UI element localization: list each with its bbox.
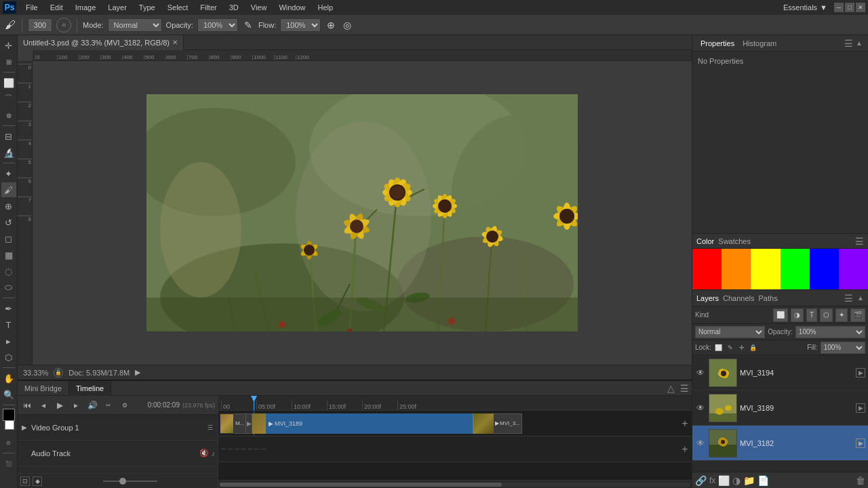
scroll-thumb[interactable] [220, 483, 502, 487]
new-layer-icon[interactable]: 📄 [757, 475, 769, 486]
color-tab[interactable]: Color [696, 237, 714, 245]
smoothing-icon[interactable]: ◎ [341, 19, 353, 31]
eyedropper-tool[interactable]: 🔬 [1, 145, 16, 160]
properties-tab[interactable]: Properties [698, 39, 737, 47]
lock-move-icon[interactable]: ✛ [737, 343, 747, 352]
zoom-thumb[interactable] [119, 478, 126, 485]
lasso-tool[interactable]: ⌒ [1, 92, 16, 106]
lock-position-icon[interactable]: ✎ [726, 343, 735, 352]
step-forward-button[interactable]: ▸ [69, 399, 83, 412]
adjustment-filter-button[interactable]: ◑ [791, 308, 804, 322]
clone-tool[interactable]: ⊕ [1, 199, 16, 214]
layer-item-mvi3194[interactable]: 👁 MVI_3194 ▶ [692, 355, 868, 390]
clip-mvi-end[interactable]: ▶ MVI_3... [473, 413, 555, 434]
audio-options-icon[interactable]: ♪ [212, 449, 216, 458]
foreground-color[interactable] [3, 409, 15, 421]
flow-select[interactable]: 100% [280, 18, 321, 32]
step-back-button[interactable]: ◂ [37, 399, 50, 412]
channels-tab[interactable]: Channels [723, 294, 754, 302]
play-button[interactable]: ▶ [53, 399, 66, 412]
quick-select-tool[interactable]: ⊛ [1, 108, 16, 123]
audio-button[interactable]: 🔊 [85, 399, 99, 412]
layers-collapse-icon[interactable]: ▲ [857, 294, 864, 302]
flow-icon[interactable]: ⊕ [325, 19, 337, 31]
keyframe-icon[interactable]: ◆ [33, 476, 42, 486]
move-tool[interactable]: ✛ [1, 38, 16, 53]
go-start-button[interactable]: ⏮ [20, 399, 34, 412]
crop-tool[interactable]: ⊟ [1, 129, 16, 144]
eraser-tool[interactable]: ◻ [1, 231, 16, 246]
color-swatch-red[interactable] [692, 249, 722, 289]
props-menu-icon[interactable]: ☰ [844, 38, 853, 49]
color-swatch-purple[interactable] [839, 249, 868, 289]
menu-edit[interactable]: Edit [45, 2, 68, 13]
layers-menu-icon[interactable]: ☰ [844, 293, 853, 304]
hand-tool[interactable]: ✋ [1, 371, 16, 386]
color-menu-icon[interactable]: ☰ [855, 236, 864, 247]
color-swatch-yellow[interactable] [751, 249, 780, 289]
visibility-icon-3189[interactable]: 👁 [695, 403, 706, 413]
text-tool[interactable]: T [1, 317, 16, 332]
settings-button[interactable]: ⚙ [118, 399, 132, 412]
brush-tool[interactable]: 🖌 [1, 182, 16, 197]
blend-mode-select[interactable]: Normal [695, 326, 765, 338]
menu-type[interactable]: Type [134, 2, 161, 13]
lock-pixels-icon[interactable]: ⬜ [714, 343, 724, 352]
dodge-tool[interactable]: ⬭ [1, 280, 16, 295]
menu-file[interactable]: File [20, 2, 43, 13]
fill-select[interactable]: 100% [821, 342, 865, 354]
visibility-icon-3194[interactable]: 👁 [695, 367, 706, 378]
timeline-tab[interactable]: Timeline [69, 381, 111, 396]
screen-mode-icon[interactable]: ⬛ [1, 456, 16, 471]
visibility-icon-3182[interactable]: 👁 [695, 438, 706, 449]
zoom-tool[interactable]: 🔍 [1, 387, 16, 402]
shape-filter-button[interactable]: ⬡ [820, 308, 833, 322]
history-brush[interactable]: ↺ [1, 215, 16, 230]
color-swatch-green[interactable] [781, 249, 810, 289]
layer-item-mvi3182[interactable]: 👁 MVI_3182 ▶ [692, 426, 868, 461]
menu-view[interactable]: View [245, 2, 273, 13]
add-style-icon[interactable]: fx [709, 476, 715, 485]
paths-tab[interactable]: Paths [759, 294, 778, 302]
add-adjustment-icon[interactable]: ◑ [732, 475, 741, 486]
panel-menu-icon[interactable]: ☰ [677, 383, 692, 394]
gradient-tool[interactable]: ▦ [1, 247, 16, 262]
video-group-expand-icon[interactable]: ▶ [20, 424, 28, 432]
maximize-button[interactable]: □ [845, 3, 854, 12]
menu-window[interactable]: Window [273, 2, 311, 13]
path-select-tool[interactable]: ▸ [1, 333, 16, 348]
brush-tool-icon[interactable]: 🖌 [4, 19, 16, 31]
link-layers-icon[interactable]: 🔗 [695, 475, 707, 486]
close-button[interactable]: ✕ [856, 3, 865, 12]
blur-tool[interactable]: ◌ [1, 264, 16, 279]
mini-bridge-tab[interactable]: Mini Bridge [18, 381, 69, 396]
pen-tool[interactable]: ✒ [1, 301, 16, 316]
color-swatch-blue[interactable] [810, 249, 839, 289]
menu-filter[interactable]: Filter [195, 2, 222, 13]
type-filter-button[interactable]: T [806, 308, 817, 322]
essentials-dropdown[interactable]: Essentials ▼ [783, 3, 827, 12]
quick-mask-icon[interactable]: ⊙ [1, 435, 16, 450]
frame-icon[interactable]: ⊡ [20, 476, 30, 486]
shape-tool[interactable]: ⬡ [1, 350, 16, 365]
layer-item-mvi3189[interactable]: 👁 MVI_3189 ▶ [692, 390, 868, 426]
add-group-icon[interactable]: 📁 [743, 475, 755, 486]
brush-options-icon[interactable]: ○ [56, 18, 71, 33]
swatches-tab[interactable]: Swatches [718, 237, 751, 245]
pixel-filter-button[interactable]: ⬜ [773, 308, 788, 322]
menu-select[interactable]: Select [162, 2, 194, 13]
clip-button[interactable]: ✂ [102, 399, 115, 412]
menu-3d[interactable]: 3D [224, 2, 244, 13]
menu-image[interactable]: Image [70, 2, 102, 13]
marquee-tool[interactable]: ⬜ [1, 75, 16, 90]
video-filter-button[interactable]: 🎬 [850, 308, 865, 322]
add-audio-button[interactable]: + [678, 443, 692, 456]
layers-tab[interactable]: Layers [696, 294, 719, 302]
panel-collapse-icon[interactable]: △ [665, 383, 677, 394]
healing-tool[interactable]: ✦ [1, 166, 16, 181]
clip-mvi-start[interactable]: M... ▶ [220, 413, 252, 434]
brush-size-input[interactable] [28, 18, 52, 32]
mode-select[interactable]: Normal [108, 18, 162, 32]
document-tab[interactable]: Untitled-3.psd @ 33.3% (MVI_3182, RGB/8)… [18, 35, 184, 50]
airbrush-icon[interactable]: ✎ [242, 19, 254, 31]
